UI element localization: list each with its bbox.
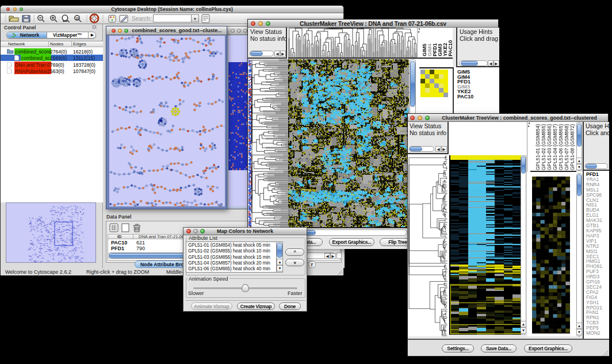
svg-text:13: 13: [75, 17, 79, 20]
